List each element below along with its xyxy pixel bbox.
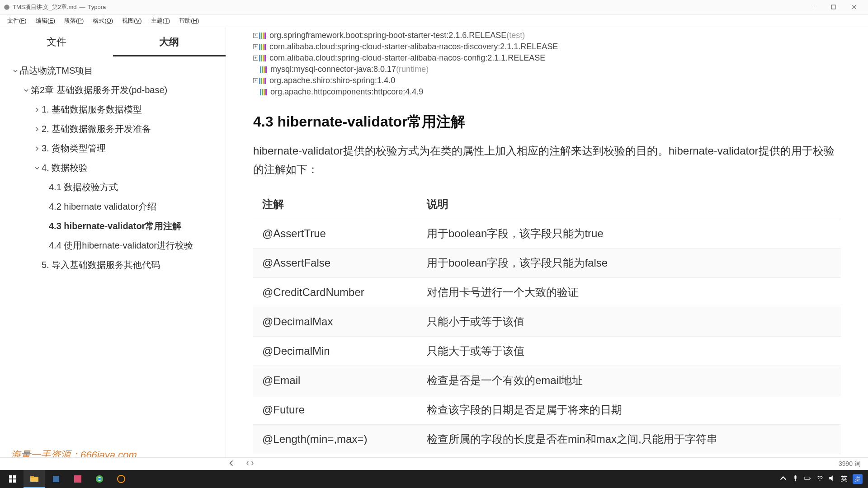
outline-item[interactable]: 2. 基础数据微服务开发准备 — [0, 119, 226, 139]
dependency-row: mysql:mysql-connector-java:8.0.17 (runti… — [253, 64, 841, 75]
outline-sub-item-active[interactable]: 4.3 hibernate-validator常用注解 — [0, 216, 226, 236]
dependency-scope: (runtime) — [396, 65, 429, 74]
svg-rect-7 — [9, 479, 12, 483]
menu-file[interactable]: 文件(F) — [3, 15, 31, 27]
editor-content[interactable]: +org.springframework.boot:spring-boot-st… — [226, 27, 868, 470]
outline-sub-item[interactable]: 4.2 hibernate validator介绍 — [0, 197, 226, 216]
table-row: @DecimalMax只能小于或等于该值 — [253, 307, 841, 336]
cell-annotation: @Future — [253, 395, 418, 424]
section-paragraph: hibernate-validator提供的校验方式为在类的属性上加入相应的注解… — [253, 142, 841, 179]
minimize-button[interactable] — [802, 0, 823, 14]
outline-item[interactable]: 5. 导入基础数据服务其他代码 — [0, 255, 226, 275]
expand-icon[interactable]: + — [253, 56, 258, 61]
outline-sub-item[interactable]: 4.4 使用hibernate-validator进行校验 — [0, 236, 226, 255]
tab-outline[interactable]: 大纲 — [113, 27, 226, 56]
tray-volume-icon[interactable] — [829, 475, 835, 483]
taskbar-app-chrome[interactable] — [89, 470, 110, 488]
tray-ime-lang[interactable]: 英 — [841, 475, 847, 483]
tray-mic-icon[interactable] — [792, 475, 799, 483]
expand-icon[interactable]: + — [253, 78, 258, 83]
menu-edit[interactable]: 编辑(E) — [31, 15, 60, 27]
svg-rect-10 — [30, 476, 34, 478]
sidebar-tabs: 文件 大纲 — [0, 27, 226, 56]
cell-annotation: @DecimalMax — [253, 307, 418, 336]
svg-rect-19 — [805, 477, 810, 480]
cell-description: 检查该字段的日期是否是属于将来的日期 — [418, 395, 841, 424]
svg-rect-5 — [9, 475, 12, 479]
tab-files[interactable]: 文件 — [0, 27, 113, 56]
svg-marker-22 — [829, 475, 833, 481]
menu-help[interactable]: 帮助(H) — [175, 15, 203, 27]
cell-annotation: @Email — [253, 366, 418, 395]
dependency-text: org.apache.shiro:shiro-spring:1.4.0 — [269, 76, 395, 85]
word-count[interactable]: 3990 词 — [839, 460, 861, 468]
library-icon — [259, 33, 266, 39]
chevron-down-icon — [33, 166, 42, 170]
table-row: @Email检查是否是一个有效的email地址 — [253, 366, 841, 395]
dependency-row: org.apache.httpcomponents:httpcore:4.4.9 — [253, 86, 841, 98]
chevron-down-icon — [22, 88, 31, 93]
tray-chevron-up-icon[interactable] — [780, 475, 787, 483]
app-icon — [4, 4, 10, 10]
cell-description: 对信用卡号进行一个大致的验证 — [418, 277, 841, 307]
maximize-button[interactable] — [823, 0, 844, 14]
dependency-tree: +org.springframework.boot:spring-boot-st… — [253, 30, 841, 98]
dependency-row: +com.alibaba.cloud:spring-cloud-starter-… — [253, 41, 841, 52]
dependency-text: org.apache.httpcomponents:httpcore:4.4.9 — [270, 87, 423, 97]
expand-icon[interactable]: + — [253, 33, 258, 38]
app-name: Typora — [88, 4, 106, 10]
svg-rect-6 — [13, 475, 16, 479]
close-button[interactable] — [844, 0, 864, 14]
start-button[interactable] — [2, 470, 24, 488]
cell-annotation: @DecimalMin — [253, 336, 418, 366]
outline-sub-item[interactable]: 4.1 数据校验方式 — [0, 178, 226, 197]
outline-chapter[interactable]: 第2章 基础数据服务开发(pd-base) — [0, 80, 226, 100]
dependency-text: mysql:mysql-connector-java:8.0.17 — [270, 65, 396, 74]
svg-rect-8 — [13, 479, 16, 483]
library-icon — [260, 66, 267, 73]
title-separator: — — [80, 4, 85, 10]
library-icon — [259, 78, 266, 84]
menu-paragraph[interactable]: 段落(P) — [60, 15, 88, 27]
outline-section-4[interactable]: 4. 数据校验 — [0, 158, 226, 178]
dependency-text: com.alibaba.cloud:spring-cloud-starter-a… — [269, 53, 545, 63]
cell-description: 用于boolean字段，该字段只能为true — [418, 219, 841, 248]
system-tray[interactable]: 英 拼 — [780, 474, 866, 484]
table-row: @AssertTrue用于boolean字段，该字段只能为true — [253, 219, 841, 248]
cell-description: 只能大于或等于该值 — [418, 336, 841, 366]
dependency-scope: (test) — [506, 31, 525, 40]
section-heading: 4.3 hibernate-validator常用注解 — [253, 112, 841, 132]
taskbar-app-other2[interactable] — [110, 470, 132, 488]
tray-wifi-icon[interactable] — [816, 475, 823, 483]
outline-item[interactable]: 1. 基础数据服务数据模型 — [0, 100, 226, 119]
taskbar-app-ide[interactable] — [67, 470, 89, 488]
menu-format[interactable]: 格式(O) — [88, 15, 118, 27]
annotation-table: 注解 说明 @AssertTrue用于boolean字段，该字段只能为true@… — [253, 190, 841, 470]
taskbar-app-other1[interactable] — [45, 470, 67, 488]
menu-view[interactable]: 视图(V) — [118, 15, 146, 27]
dependency-text: com.alibaba.cloud:spring-cloud-starter-a… — [269, 42, 558, 52]
tray-ime-badge[interactable]: 拼 — [853, 474, 863, 484]
dependency-text: org.springframework.boot:spring-boot-sta… — [269, 31, 506, 40]
chevron-right-icon — [33, 127, 42, 131]
svg-rect-2 — [831, 5, 835, 9]
library-icon — [259, 55, 266, 61]
cell-description: 检查是否是一个有效的email地址 — [418, 366, 841, 395]
svg-rect-11 — [53, 476, 59, 482]
outline-root[interactable]: 品达物流TMS项目 — [0, 61, 226, 80]
menu-theme[interactable]: 主题(T) — [146, 15, 175, 27]
expand-icon[interactable]: + — [253, 44, 258, 49]
svg-rect-12 — [74, 475, 81, 483]
taskbar-app-explorer[interactable] — [24, 470, 45, 488]
table-row: @Future检查该字段的日期是否是属于将来的日期 — [253, 395, 841, 424]
library-icon — [260, 89, 267, 95]
cell-annotation: @AssertFalse — [253, 248, 418, 277]
cell-annotation: @Length(min=,max=) — [253, 424, 418, 454]
dependency-row: +com.alibaba.cloud:spring-cloud-starter-… — [253, 52, 841, 64]
cell-description: 用于boolean字段，该字段只能为false — [418, 248, 841, 277]
nav-back-icon[interactable] — [229, 460, 235, 468]
source-code-icon[interactable] — [246, 460, 254, 468]
tray-battery-icon[interactable] — [804, 475, 811, 483]
chevron-right-icon — [33, 146, 42, 151]
outline-item[interactable]: 3. 货物类型管理 — [0, 139, 226, 158]
